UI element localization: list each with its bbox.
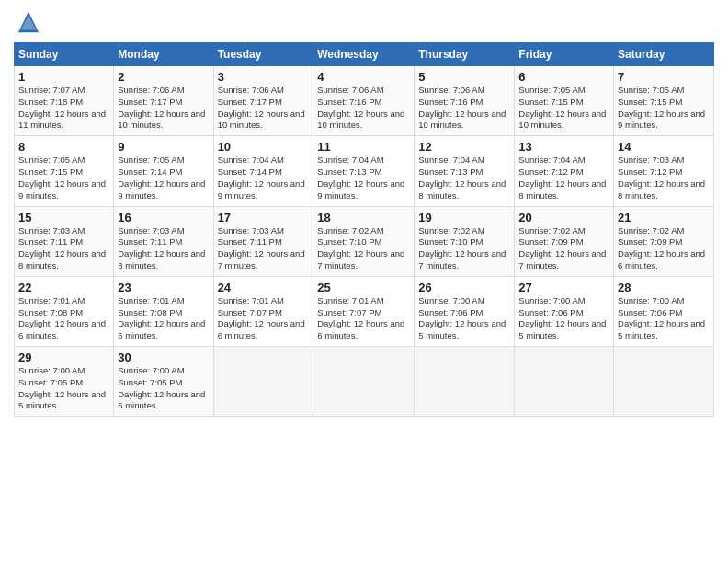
calendar-cell: 27Sunrise: 7:00 AM Sunset: 7:06 PM Dayli… (515, 276, 614, 346)
day-number: 10 (218, 140, 310, 154)
day-info: Sunrise: 7:01 AM Sunset: 7:07 PM Dayligh… (218, 295, 310, 342)
calendar-cell: 30Sunrise: 7:00 AM Sunset: 7:05 PM Dayli… (114, 347, 213, 417)
header-sunday: Sunday (15, 43, 114, 66)
day-info: Sunrise: 7:02 AM Sunset: 7:10 PM Dayligh… (317, 225, 410, 272)
day-info: Sunrise: 7:03 AM Sunset: 7:11 PM Dayligh… (118, 225, 209, 272)
header (14, 9, 714, 35)
calendar-cell (614, 347, 714, 417)
day-info: Sunrise: 7:02 AM Sunset: 7:09 PM Dayligh… (618, 225, 710, 272)
day-number: 5 (418, 70, 510, 84)
calendar-cell: 13Sunrise: 7:04 AM Sunset: 7:12 PM Dayli… (515, 136, 614, 206)
day-number: 30 (118, 350, 209, 364)
calendar-cell: 25Sunrise: 7:01 AM Sunset: 7:07 PM Dayli… (313, 276, 415, 346)
calendar-cell (515, 347, 614, 417)
day-info: Sunrise: 7:06 AM Sunset: 7:17 PM Dayligh… (118, 85, 209, 132)
calendar-cell: 14Sunrise: 7:03 AM Sunset: 7:12 PM Dayli… (614, 136, 714, 206)
day-number: 14 (618, 140, 710, 154)
calendar-cell: 7Sunrise: 7:05 AM Sunset: 7:15 PM Daylig… (614, 66, 714, 136)
day-number: 1 (18, 70, 109, 84)
day-number: 16 (118, 211, 209, 224)
day-number: 9 (118, 140, 209, 154)
calendar-table: SundayMondayTuesdayWednesdayThursdayFrid… (14, 42, 714, 417)
calendar-cell: 9Sunrise: 7:05 AM Sunset: 7:14 PM Daylig… (114, 136, 213, 206)
day-info: Sunrise: 7:03 AM Sunset: 7:11 PM Dayligh… (18, 225, 109, 272)
header-tuesday: Tuesday (213, 43, 313, 66)
calendar-cell: 23Sunrise: 7:01 AM Sunset: 7:08 PM Dayli… (114, 276, 213, 346)
day-number: 13 (518, 140, 609, 154)
day-number: 21 (618, 211, 710, 224)
day-number: 27 (518, 281, 609, 294)
day-info: Sunrise: 7:04 AM Sunset: 7:12 PM Dayligh… (518, 155, 609, 201)
calendar-cell: 8Sunrise: 7:05 AM Sunset: 7:15 PM Daylig… (15, 136, 114, 206)
calendar-cell: 5Sunrise: 7:06 AM Sunset: 7:16 PM Daylig… (415, 66, 515, 136)
calendar-cell: 17Sunrise: 7:03 AM Sunset: 7:11 PM Dayli… (213, 206, 313, 276)
calendar-cell: 22Sunrise: 7:01 AM Sunset: 7:08 PM Dayli… (15, 276, 114, 346)
calendar-cell: 6Sunrise: 7:05 AM Sunset: 7:15 PM Daylig… (515, 66, 614, 136)
calendar-cell: 12Sunrise: 7:04 AM Sunset: 7:13 PM Dayli… (415, 136, 515, 206)
calendar-cell: 3Sunrise: 7:06 AM Sunset: 7:17 PM Daylig… (213, 66, 313, 136)
calendar-cell: 4Sunrise: 7:06 AM Sunset: 7:16 PM Daylig… (313, 66, 415, 136)
logo (14, 9, 41, 35)
calendar-cell: 1Sunrise: 7:07 AM Sunset: 7:18 PM Daylig… (15, 66, 114, 136)
day-number: 7 (618, 70, 710, 84)
header-monday: Monday (114, 43, 213, 66)
calendar-cell: 15Sunrise: 7:03 AM Sunset: 7:11 PM Dayli… (15, 206, 114, 276)
calendar-header-row: SundayMondayTuesdayWednesdayThursdayFrid… (15, 43, 714, 66)
calendar-cell: 20Sunrise: 7:02 AM Sunset: 7:09 PM Dayli… (515, 206, 614, 276)
day-number: 6 (518, 70, 609, 84)
day-number: 11 (317, 140, 410, 154)
calendar-cell: 19Sunrise: 7:02 AM Sunset: 7:10 PM Dayli… (415, 206, 515, 276)
day-info: Sunrise: 7:03 AM Sunset: 7:12 PM Dayligh… (618, 155, 710, 201)
day-number: 17 (218, 211, 310, 224)
header-saturday: Saturday (614, 43, 714, 66)
page-container: SundayMondayTuesdayWednesdayThursdayFrid… (0, 0, 728, 426)
day-number: 12 (418, 140, 510, 154)
logo-icon (16, 9, 41, 35)
day-number: 25 (317, 281, 410, 294)
day-info: Sunrise: 7:07 AM Sunset: 7:18 PM Dayligh… (18, 85, 109, 132)
day-info: Sunrise: 7:06 AM Sunset: 7:17 PM Dayligh… (218, 85, 310, 132)
day-info: Sunrise: 7:00 AM Sunset: 7:05 PM Dayligh… (18, 365, 109, 412)
day-info: Sunrise: 7:04 AM Sunset: 7:14 PM Dayligh… (218, 155, 310, 201)
day-number: 24 (218, 281, 310, 294)
header-wednesday: Wednesday (313, 43, 415, 66)
calendar-cell: 10Sunrise: 7:04 AM Sunset: 7:14 PM Dayli… (213, 136, 313, 206)
calendar-week-5: 29Sunrise: 7:00 AM Sunset: 7:05 PM Dayli… (15, 347, 714, 417)
day-info: Sunrise: 7:05 AM Sunset: 7:15 PM Dayligh… (618, 85, 710, 132)
calendar-cell: 16Sunrise: 7:03 AM Sunset: 7:11 PM Dayli… (114, 206, 213, 276)
day-info: Sunrise: 7:06 AM Sunset: 7:16 PM Dayligh… (317, 85, 410, 132)
calendar-week-1: 1Sunrise: 7:07 AM Sunset: 7:18 PM Daylig… (15, 66, 714, 136)
day-number: 28 (618, 281, 710, 294)
day-number: 15 (18, 211, 109, 224)
day-info: Sunrise: 7:05 AM Sunset: 7:14 PM Dayligh… (118, 155, 209, 201)
calendar-cell (213, 347, 313, 417)
day-info: Sunrise: 7:00 AM Sunset: 7:06 PM Dayligh… (418, 295, 510, 342)
day-number: 4 (317, 70, 410, 84)
day-number: 23 (118, 281, 209, 294)
day-number: 22 (18, 281, 109, 294)
day-number: 3 (218, 70, 310, 84)
day-info: Sunrise: 7:02 AM Sunset: 7:10 PM Dayligh… (418, 225, 510, 272)
day-info: Sunrise: 7:04 AM Sunset: 7:13 PM Dayligh… (418, 155, 510, 201)
day-number: 18 (317, 211, 410, 224)
calendar-cell: 11Sunrise: 7:04 AM Sunset: 7:13 PM Dayli… (313, 136, 415, 206)
day-info: Sunrise: 7:01 AM Sunset: 7:08 PM Dayligh… (18, 295, 109, 342)
day-info: Sunrise: 7:01 AM Sunset: 7:07 PM Dayligh… (317, 295, 410, 342)
calendar-cell: 26Sunrise: 7:00 AM Sunset: 7:06 PM Dayli… (415, 276, 515, 346)
day-info: Sunrise: 7:00 AM Sunset: 7:06 PM Dayligh… (518, 295, 609, 342)
day-info: Sunrise: 7:06 AM Sunset: 7:16 PM Dayligh… (418, 85, 510, 132)
day-info: Sunrise: 7:03 AM Sunset: 7:11 PM Dayligh… (218, 225, 310, 272)
calendar-cell: 2Sunrise: 7:06 AM Sunset: 7:17 PM Daylig… (114, 66, 213, 136)
day-info: Sunrise: 7:05 AM Sunset: 7:15 PM Dayligh… (518, 85, 609, 132)
day-info: Sunrise: 7:02 AM Sunset: 7:09 PM Dayligh… (518, 225, 609, 272)
calendar-week-2: 8Sunrise: 7:05 AM Sunset: 7:15 PM Daylig… (15, 136, 714, 206)
day-number: 20 (518, 211, 609, 224)
day-info: Sunrise: 7:04 AM Sunset: 7:13 PM Dayligh… (317, 155, 410, 201)
day-info: Sunrise: 7:00 AM Sunset: 7:05 PM Dayligh… (118, 365, 209, 412)
day-number: 8 (18, 140, 109, 154)
day-number: 29 (18, 350, 109, 364)
day-number: 19 (418, 211, 510, 224)
day-number: 2 (118, 70, 209, 84)
calendar-cell (313, 347, 415, 417)
header-thursday: Thursday (415, 43, 515, 66)
